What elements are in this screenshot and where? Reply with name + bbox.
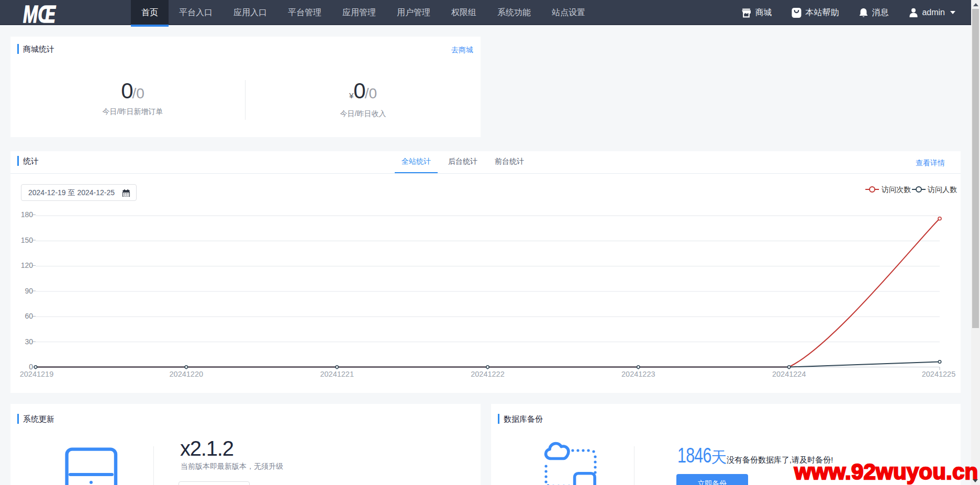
svg-text:20241224: 20241224 bbox=[772, 370, 806, 378]
svg-text:150: 150 bbox=[21, 236, 34, 244]
svg-text:20241220: 20241220 bbox=[170, 370, 204, 378]
svg-text:MŒ: MŒ bbox=[23, 3, 56, 25]
svg-text:20241225: 20241225 bbox=[922, 370, 956, 378]
svg-text:30: 30 bbox=[25, 337, 33, 346]
svg-text:20241223: 20241223 bbox=[621, 370, 655, 378]
svg-text:访问次数: 访问次数 bbox=[881, 185, 911, 194]
svg-text:90: 90 bbox=[25, 287, 33, 295]
svg-text:120: 120 bbox=[21, 261, 34, 269]
svg-text:20241221: 20241221 bbox=[320, 370, 354, 378]
svg-text:60: 60 bbox=[25, 312, 33, 320]
svg-text:访问人数: 访问人数 bbox=[927, 185, 957, 194]
svg-text:180: 180 bbox=[21, 210, 34, 219]
svg-text:20241219: 20241219 bbox=[20, 370, 54, 378]
svg-text:20241222: 20241222 bbox=[471, 370, 505, 378]
